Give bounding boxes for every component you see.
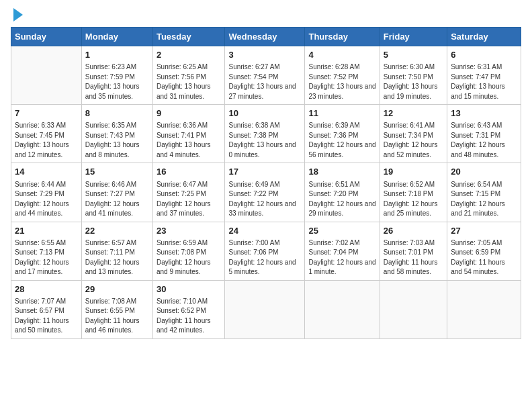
day-info: Sunrise: 6:27 AMSunset: 7:54 PMDaylight:…: [228, 62, 301, 101]
day-number: 8: [85, 107, 149, 120]
calendar-cell: 23Sunrise: 6:59 AMSunset: 7:08 PMDayligh…: [152, 222, 225, 280]
day-info: Sunrise: 6:59 AMSunset: 7:08 PMDaylight:…: [157, 238, 222, 277]
day-info: Sunrise: 6:55 AMSunset: 7:13 PMDaylight:…: [15, 238, 78, 277]
day-number: 11: [308, 107, 375, 120]
day-info: Sunrise: 6:41 AMSunset: 7:34 PMDaylight:…: [384, 121, 443, 160]
day-number: 5: [384, 49, 443, 61]
day-number: 18: [308, 166, 375, 178]
header-tuesday: Tuesday: [152, 28, 225, 46]
calendar-cell: 16Sunrise: 6:47 AMSunset: 7:25 PMDayligh…: [152, 163, 225, 222]
day-info: Sunrise: 6:38 AMSunset: 7:38 PMDaylight:…: [228, 121, 301, 160]
day-number: 7: [15, 107, 78, 120]
week-row-2: 7Sunrise: 6:33 AMSunset: 7:45 PMDaylight…: [11, 105, 521, 163]
day-number: 10: [228, 107, 301, 120]
day-number: 27: [451, 225, 517, 237]
calendar-cell: 8Sunrise: 6:35 AMSunset: 7:43 PMDaylight…: [81, 105, 152, 163]
week-row-4: 21Sunrise: 6:55 AMSunset: 7:13 PMDayligh…: [11, 222, 521, 280]
day-number: 3: [228, 49, 301, 61]
day-number: 28: [15, 283, 78, 295]
day-number: 30: [157, 283, 222, 295]
calendar-cell: 9Sunrise: 6:36 AMSunset: 7:41 PMDaylight…: [152, 105, 225, 163]
week-row-3: 14Sunrise: 6:44 AMSunset: 7:29 PMDayligh…: [11, 163, 521, 222]
header-thursday: Thursday: [305, 28, 380, 46]
calendar-cell: [11, 46, 82, 105]
day-info: Sunrise: 7:02 AMSunset: 7:04 PMDaylight:…: [308, 238, 375, 277]
day-info: Sunrise: 7:07 AMSunset: 6:57 PMDaylight:…: [15, 297, 78, 336]
calendar-cell: [225, 280, 305, 338]
day-info: Sunrise: 6:25 AMSunset: 7:56 PMDaylight:…: [157, 62, 222, 101]
day-info: Sunrise: 7:08 AMSunset: 6:55 PMDaylight:…: [85, 297, 149, 336]
day-info: Sunrise: 7:03 AMSunset: 7:01 PMDaylight:…: [384, 238, 443, 277]
day-number: 21: [15, 225, 78, 237]
day-info: Sunrise: 6:23 AMSunset: 7:59 PMDaylight:…: [85, 62, 149, 101]
day-number: 23: [157, 225, 222, 237]
day-number: 1: [85, 49, 149, 61]
day-number: 24: [228, 225, 301, 237]
calendar-cell: [380, 280, 447, 338]
day-info: Sunrise: 6:36 AMSunset: 7:41 PMDaylight:…: [157, 121, 222, 160]
calendar-cell: 1Sunrise: 6:23 AMSunset: 7:59 PMDaylight…: [81, 46, 152, 105]
page-header: [11, 11, 521, 21]
calendar-cell: 13Sunrise: 6:43 AMSunset: 7:31 PMDayligh…: [447, 105, 521, 163]
calendar-cell: 12Sunrise: 6:41 AMSunset: 7:34 PMDayligh…: [380, 105, 447, 163]
day-number: 17: [228, 166, 301, 178]
day-number: 2: [157, 49, 222, 61]
day-info: Sunrise: 6:31 AMSunset: 7:47 PMDaylight:…: [451, 62, 517, 101]
day-info: Sunrise: 6:39 AMSunset: 7:36 PMDaylight:…: [308, 121, 375, 160]
day-number: 19: [384, 166, 443, 178]
day-number: 22: [85, 225, 149, 237]
calendar-cell: 2Sunrise: 6:25 AMSunset: 7:56 PMDaylight…: [152, 46, 225, 105]
calendar-cell: [305, 280, 380, 338]
day-info: Sunrise: 6:49 AMSunset: 7:22 PMDaylight:…: [228, 180, 301, 219]
day-number: 25: [308, 225, 375, 237]
calendar-cell: 22Sunrise: 6:57 AMSunset: 7:11 PMDayligh…: [81, 222, 152, 280]
calendar-cell: 7Sunrise: 6:33 AMSunset: 7:45 PMDaylight…: [11, 105, 82, 163]
day-info: Sunrise: 6:54 AMSunset: 7:15 PMDaylight:…: [451, 180, 517, 219]
day-info: Sunrise: 6:30 AMSunset: 7:50 PMDaylight:…: [384, 62, 443, 101]
calendar-cell: 17Sunrise: 6:49 AMSunset: 7:22 PMDayligh…: [225, 163, 305, 222]
calendar-table: SundayMondayTuesdayWednesdayThursdayFrid…: [11, 27, 521, 339]
day-info: Sunrise: 7:00 AMSunset: 7:06 PMDaylight:…: [228, 238, 301, 277]
calendar-cell: 21Sunrise: 6:55 AMSunset: 7:13 PMDayligh…: [11, 222, 82, 280]
calendar-cell: 3Sunrise: 6:27 AMSunset: 7:54 PMDaylight…: [225, 46, 305, 105]
day-info: Sunrise: 6:57 AMSunset: 7:11 PMDaylight:…: [85, 238, 149, 277]
calendar-cell: 30Sunrise: 7:10 AMSunset: 6:52 PMDayligh…: [152, 280, 225, 338]
calendar-cell: 15Sunrise: 6:46 AMSunset: 7:27 PMDayligh…: [81, 163, 152, 222]
day-number: 16: [157, 166, 222, 178]
day-number: 12: [384, 107, 443, 120]
day-info: Sunrise: 7:05 AMSunset: 6:59 PMDaylight:…: [451, 238, 517, 277]
calendar-cell: 26Sunrise: 7:03 AMSunset: 7:01 PMDayligh…: [380, 222, 447, 280]
logo: [11, 11, 23, 21]
day-number: 6: [451, 49, 517, 61]
calendar-header-row: SundayMondayTuesdayWednesdayThursdayFrid…: [11, 28, 521, 46]
calendar-cell: 24Sunrise: 7:00 AMSunset: 7:06 PMDayligh…: [225, 222, 305, 280]
day-number: 26: [384, 225, 443, 237]
day-info: Sunrise: 6:33 AMSunset: 7:45 PMDaylight:…: [15, 121, 78, 160]
header-wednesday: Wednesday: [225, 28, 305, 46]
calendar-cell: 28Sunrise: 7:07 AMSunset: 6:57 PMDayligh…: [11, 280, 82, 338]
calendar-cell: 4Sunrise: 6:28 AMSunset: 7:52 PMDaylight…: [305, 46, 380, 105]
day-info: Sunrise: 6:44 AMSunset: 7:29 PMDaylight:…: [15, 180, 78, 219]
calendar-cell: 20Sunrise: 6:54 AMSunset: 7:15 PMDayligh…: [447, 163, 521, 222]
day-number: 13: [451, 107, 517, 120]
logo-arrow-icon: [13, 8, 23, 21]
day-info: Sunrise: 6:43 AMSunset: 7:31 PMDaylight:…: [451, 121, 517, 160]
calendar-cell: 18Sunrise: 6:51 AMSunset: 7:20 PMDayligh…: [305, 163, 380, 222]
day-info: Sunrise: 6:52 AMSunset: 7:18 PMDaylight:…: [384, 180, 443, 219]
day-number: 15: [85, 166, 149, 178]
calendar-cell: 10Sunrise: 6:38 AMSunset: 7:38 PMDayligh…: [225, 105, 305, 163]
calendar-cell: 5Sunrise: 6:30 AMSunset: 7:50 PMDaylight…: [380, 46, 447, 105]
day-number: 20: [451, 166, 517, 178]
day-number: 14: [15, 166, 78, 178]
calendar-cell: 25Sunrise: 7:02 AMSunset: 7:04 PMDayligh…: [305, 222, 380, 280]
calendar-cell: 29Sunrise: 7:08 AMSunset: 6:55 PMDayligh…: [81, 280, 152, 338]
week-row-5: 28Sunrise: 7:07 AMSunset: 6:57 PMDayligh…: [11, 280, 521, 338]
header-saturday: Saturday: [447, 28, 521, 46]
calendar-cell: 11Sunrise: 6:39 AMSunset: 7:36 PMDayligh…: [305, 105, 380, 163]
day-info: Sunrise: 6:47 AMSunset: 7:25 PMDaylight:…: [157, 180, 222, 219]
day-info: Sunrise: 6:35 AMSunset: 7:43 PMDaylight:…: [85, 121, 149, 160]
day-number: 29: [85, 283, 149, 295]
calendar-cell: 19Sunrise: 6:52 AMSunset: 7:18 PMDayligh…: [380, 163, 447, 222]
day-info: Sunrise: 6:51 AMSunset: 7:20 PMDaylight:…: [308, 180, 375, 219]
header-monday: Monday: [81, 28, 152, 46]
